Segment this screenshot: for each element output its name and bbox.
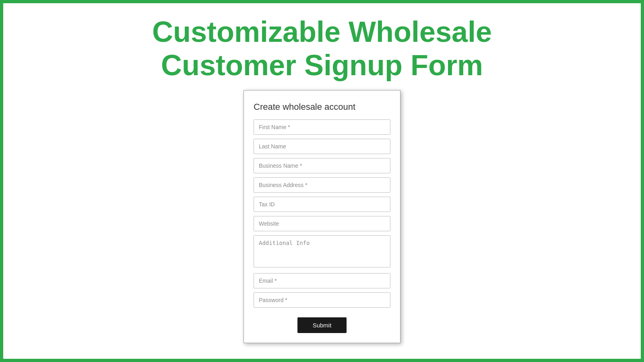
last-name-group [254, 139, 390, 154]
submit-button[interactable]: Submit [297, 317, 347, 333]
last-name-input[interactable] [254, 139, 390, 154]
first-name-input[interactable] [254, 119, 390, 135]
additional-info-group [254, 235, 390, 269]
business-name-input[interactable] [254, 158, 390, 173]
tax-id-group [254, 197, 390, 212]
business-name-group [254, 158, 390, 173]
website-group [254, 216, 390, 231]
business-address-group [254, 177, 390, 193]
form-subtitle: Create wholesale account [254, 102, 390, 112]
business-address-input[interactable] [254, 177, 390, 193]
page-wrapper: Customizable Wholesale Customer Signup F… [3, 3, 641, 359]
email-group [254, 273, 390, 288]
first-name-group [254, 119, 390, 135]
page-title: Customizable Wholesale Customer Signup F… [3, 3, 641, 90]
email-input[interactable] [254, 273, 390, 288]
website-input[interactable] [254, 216, 390, 231]
password-group [254, 292, 390, 308]
form-card: Create wholesale account Submit [244, 90, 400, 343]
password-input[interactable] [254, 292, 390, 308]
additional-info-textarea[interactable] [254, 235, 390, 267]
tax-id-input[interactable] [254, 197, 390, 212]
